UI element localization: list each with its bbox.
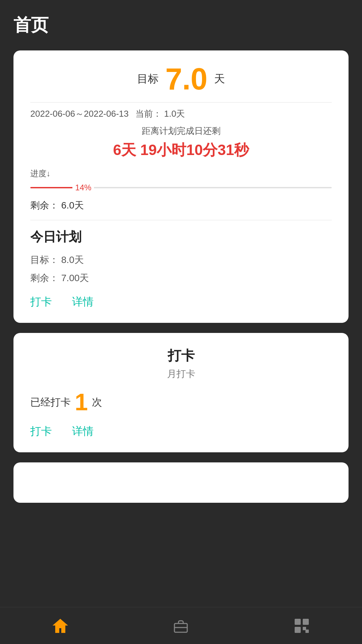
countdown-value: 6天 19小时10分31秒 [30,140,332,160]
goal-value: 7.0 [165,64,207,94]
content-area: 目标 7.0 天 2022-06-06～2022-06-13 当前： 1.0天 … [0,44,362,607]
section-divider [30,220,332,220]
current-label: 当前： 1.0天 [135,108,185,120]
today-goal-row: 目标： 8.0天 [30,254,332,266]
progress-percent: 14% [75,183,91,192]
svg-rect-5 [295,627,301,633]
third-card [13,462,349,503]
checkin-action-row: 打卡 详情 [30,424,332,439]
grid-icon [293,617,310,635]
checkin-count-prefix: 已经打卡 [30,395,71,409]
checkin-button[interactable]: 打卡 [30,424,52,439]
goal-label: 目标 [137,72,159,86]
checkin-detail-button[interactable]: 详情 [72,424,94,439]
divider-1 [30,102,332,103]
remaining-text: 剩余： 6.0天 [30,199,332,212]
checkin-title: 打卡 [30,346,332,365]
goal-unit: 天 [214,72,225,86]
goal-checkin-button[interactable]: 打卡 [30,295,52,309]
checkin-subtitle: 月打卡 [30,368,332,380]
today-remaining-row: 剩余： 7.00天 [30,272,332,285]
today-plan-title: 今日计划 [30,228,332,245]
date-range-row: 2022-06-06～2022-06-13 当前： 1.0天 [30,108,332,120]
header: 首页 [0,0,362,44]
nav-home[interactable] [38,614,83,638]
progress-fill [30,187,72,188]
checkin-count-row: 已经打卡 1 次 [30,390,332,414]
checkin-card: 打卡 月打卡 已经打卡 1 次 打卡 详情 [13,333,349,452]
date-range: 2022-06-06～2022-06-13 [30,108,129,120]
nav-work[interactable] [159,614,203,638]
progress-remaining-track [94,187,332,188]
checkin-count-value: 1 [75,390,88,414]
page-title: 首页 [13,15,48,35]
progress-header: 进度↓ [30,168,332,179]
countdown-label: 距离计划完成日还剩 [30,125,332,137]
svg-marker-0 [53,619,68,633]
nav-grid[interactable] [279,614,324,638]
goal-detail-button[interactable]: 详情 [72,295,94,309]
briefcase-icon [172,617,190,635]
svg-rect-7 [305,630,309,633]
svg-rect-4 [303,619,309,625]
goal-header: 目标 7.0 天 [30,64,332,94]
checkin-count-suffix: 次 [92,395,102,409]
svg-rect-3 [295,619,301,625]
progress-section: 进度↓ 14% [30,168,332,192]
goal-card: 目标 7.0 天 2022-06-06～2022-06-13 当前： 1.0天 … [13,50,349,323]
bottom-nav [0,607,362,644]
goal-action-row: 打卡 详情 [30,295,332,309]
home-icon [52,617,69,635]
progress-bar: 14% [30,183,332,192]
